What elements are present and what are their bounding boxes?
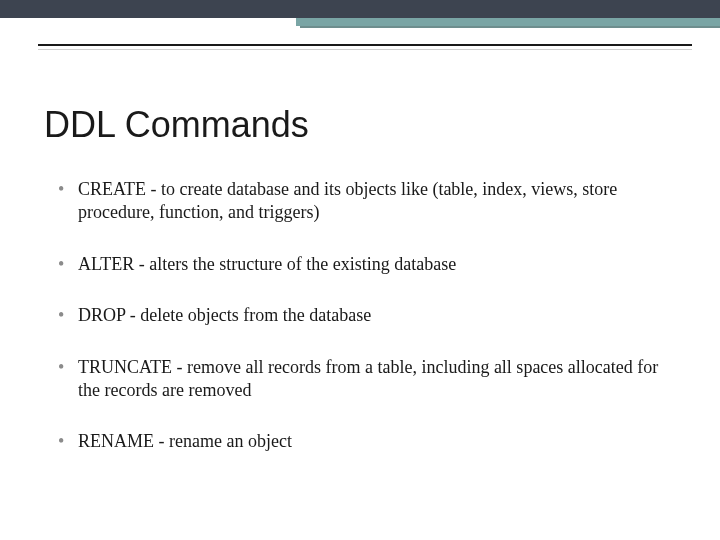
slide: DDL Commands CREATE - to create database…: [0, 0, 720, 540]
list-item: TRUNCATE - remove all records from a tab…: [58, 356, 676, 403]
horizontal-rule-shadow: [38, 49, 692, 50]
list-item: ALTER - alters the structure of the exis…: [58, 253, 676, 276]
bullet-list: CREATE - to create database and its obje…: [44, 178, 676, 454]
list-item: CREATE - to create database and its obje…: [58, 178, 676, 225]
content-area: DDL Commands CREATE - to create database…: [44, 104, 676, 482]
slide-title: DDL Commands: [44, 104, 676, 146]
top-bar-teal: [296, 18, 720, 26]
horizontal-rule: [38, 44, 692, 46]
list-item: DROP - delete objects from the database: [58, 304, 676, 327]
list-item: RENAME - rename an object: [58, 430, 676, 453]
top-bar-dark: [0, 0, 720, 18]
